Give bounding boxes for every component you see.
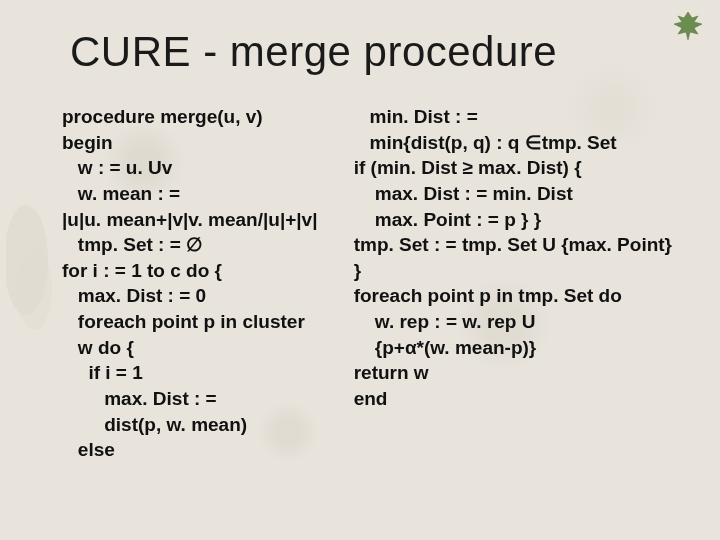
code-line: begin [62,130,342,156]
code-line: procedure merge(u, v) [62,104,342,130]
code-line: max. Dist : = [62,386,342,412]
leaf-icon [670,8,706,44]
code-line: if i = 1 [62,360,342,386]
decorative-smudge [6,200,58,350]
svg-point-1 [16,250,52,330]
code-line: w. rep : = w. rep U [354,309,672,335]
code-line: max. Dist : = 0 [62,283,342,309]
svg-point-0 [6,205,48,315]
code-line: w do { [62,335,342,361]
code-line: min{dist(p, q) : q ∈tmp. Set [354,130,672,156]
code-line: tmp. Set : = tmp. Set U {max. Point} [354,232,672,258]
code-line: if (min. Dist ≥ max. Dist) { [354,155,672,181]
code-line: end [354,386,672,412]
code-line: min. Dist : = [354,104,672,130]
code-line: for i : = 1 to c do { [62,258,342,284]
code-line: |u|u. mean+|v|v. mean/|u|+|v| [62,207,342,233]
code-line: w : = u. Uv [62,155,342,181]
right-column: min. Dist : = min{dist(p, q) : q ∈tmp. S… [354,104,672,463]
code-line: max. Dist : = min. Dist [354,181,672,207]
code-line: else [62,437,342,463]
code-line: } [354,258,672,284]
slide-content: CURE - merge procedure procedure merge(u… [0,0,720,540]
code-line: w. mean : = [62,181,342,207]
code-line: return w [354,360,672,386]
code-line: tmp. Set : = ∅ [62,232,342,258]
slide-title: CURE - merge procedure [70,28,672,76]
code-line: dist(p, w. mean) [62,412,342,438]
code-columns: procedure merge(u, v) begin w : = u. Uv … [62,104,672,463]
code-line: {p+α*(w. mean-p)} [354,335,672,361]
code-line: foreach point p in cluster [62,309,342,335]
code-line: max. Point : = p } } [354,207,672,233]
code-line: foreach point p in tmp. Set do [354,283,672,309]
left-column: procedure merge(u, v) begin w : = u. Uv … [62,104,342,463]
